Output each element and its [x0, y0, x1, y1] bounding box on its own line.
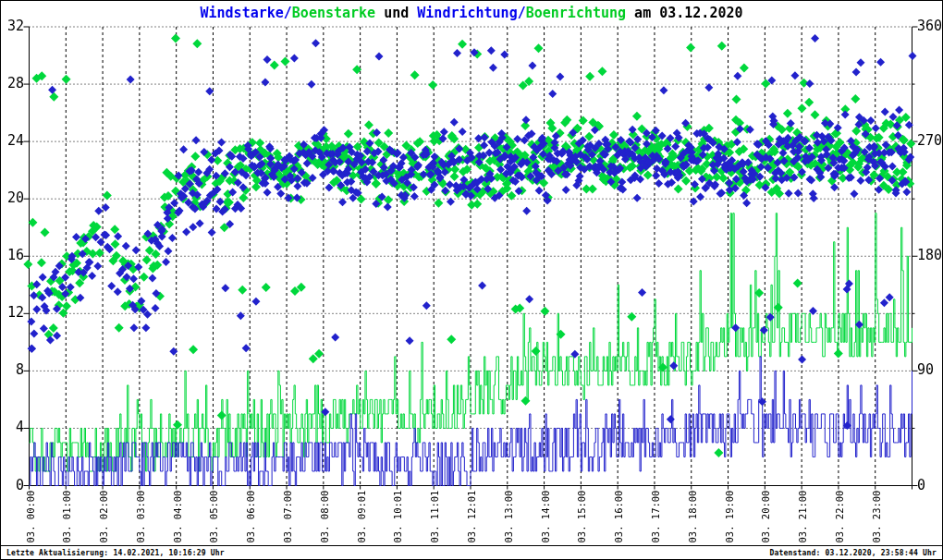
- y-left-tick-label: 24: [1, 134, 24, 147]
- x-tick-label: 03. 02:00: [97, 480, 110, 554]
- axis-labels-layer: 04812162024283209018027036003. 00:0003. …: [1, 1, 942, 559]
- x-tick-label: 03. 11:01: [428, 480, 441, 554]
- x-tick-label: 03. 08:00: [318, 480, 331, 554]
- title-windstarke: Windstarke: [200, 5, 283, 21]
- x-tick-label: 03. 01:00: [60, 480, 73, 554]
- title-boenrichtung: Boenrichtung: [526, 5, 626, 21]
- data-timestamp-text: Datenstand: 03.12.2020, 23:58:44 Uhr: [769, 549, 937, 557]
- x-tick-label: 03. 22:00: [833, 480, 846, 554]
- x-tick-label: 03. 20:00: [759, 480, 772, 554]
- x-tick-label: 03. 17:00: [649, 480, 662, 554]
- title-slash-1: /: [284, 5, 292, 21]
- x-tick-label: 03. 16:00: [612, 480, 625, 554]
- x-tick-label: 03. 05:00: [207, 480, 220, 554]
- x-tick-label: 03. 23:00: [870, 480, 883, 554]
- x-tick-label: 03. 12:01: [465, 480, 478, 554]
- x-tick-label: 03. 06:00: [244, 480, 257, 554]
- x-tick-label: 03. 13:00: [502, 480, 515, 554]
- y-left-tick-label: 8: [1, 363, 24, 376]
- y-left-tick-label: 0: [1, 479, 24, 492]
- y-right-tick-label: 0: [917, 479, 943, 492]
- weather-chart-image: Windstarke/Boenstarke und Windrichtung/B…: [0, 0, 943, 560]
- x-tick-label: 03. 04:00: [171, 480, 184, 554]
- x-tick-label: 03. 10:01: [391, 480, 404, 554]
- chart-title: Windstarke/Boenstarke und Windrichtung/B…: [1, 4, 942, 22]
- y-left-tick-label: 4: [1, 420, 24, 433]
- x-tick-label: 03. 14:00: [539, 480, 552, 554]
- title-windrichtung: Windrichtung: [417, 5, 517, 21]
- x-tick-label: 03. 18:00: [686, 480, 699, 554]
- x-tick-label: 03. 15:00: [575, 480, 588, 554]
- chart-footer: Letzte Aktualisierung: 14.02.2021, 10:16…: [1, 545, 942, 559]
- title-boenstarke: Boenstarke: [292, 5, 375, 21]
- y-left-tick-label: 28: [1, 77, 24, 90]
- x-tick-label: 03. 03:00: [134, 480, 147, 554]
- y-right-tick-label: 270: [917, 134, 943, 147]
- title-date-suffix: am 03.12.2020: [626, 5, 742, 21]
- y-right-tick-label: 180: [917, 249, 943, 262]
- x-tick-label: 03. 09:01: [355, 480, 368, 554]
- y-left-tick-label: 12: [1, 306, 24, 319]
- x-tick-label: 03. 07:00: [281, 480, 294, 554]
- x-tick-label: 03. 00:00: [24, 480, 37, 554]
- title-und: und: [375, 5, 417, 21]
- last-update-text: Letzte Aktualisierung: 14.02.2021, 10:16…: [6, 549, 225, 557]
- title-slash-2: /: [518, 5, 526, 21]
- y-right-tick-label: 90: [917, 363, 943, 376]
- y-left-tick-label: 16: [1, 249, 24, 262]
- y-left-tick-label: 20: [1, 191, 24, 204]
- x-tick-label: 03. 21:00: [796, 480, 809, 554]
- x-tick-label: 03. 19:00: [723, 480, 736, 554]
